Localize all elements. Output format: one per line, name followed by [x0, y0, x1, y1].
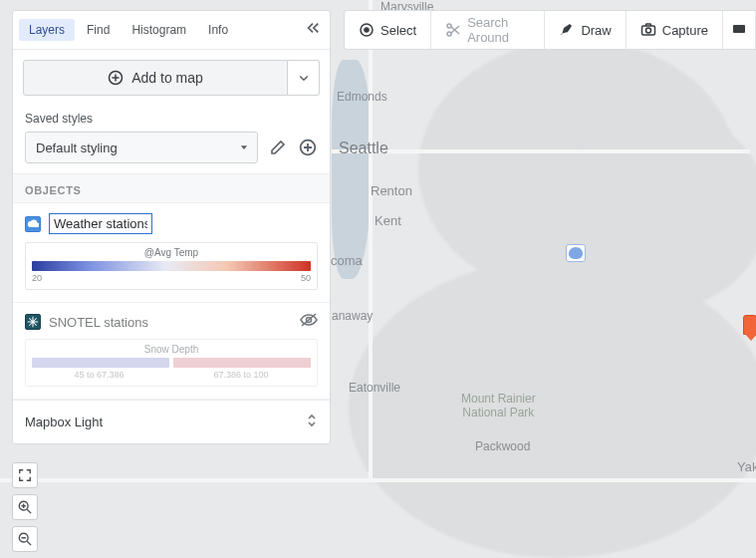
- map-marker-pin[interactable]: [743, 315, 756, 335]
- layer-weather-stations: @Avg Temp 20 50: [13, 203, 330, 303]
- layer-type-icon: [25, 314, 41, 330]
- map-label: Eatonville: [349, 381, 400, 395]
- zoom-in-button[interactable]: [12, 494, 38, 520]
- pen-nib-icon: [559, 22, 575, 38]
- svg-point-5: [645, 28, 650, 33]
- legend-right-label: 67.386 to 100: [213, 370, 268, 380]
- style-select[interactable]: Default styling: [25, 132, 258, 163]
- chevron-down-icon: [298, 72, 310, 84]
- map-toolbar: Select Search Around Draw Capture: [344, 10, 756, 50]
- map-label: Packwood: [475, 439, 530, 453]
- cloud-icon: [27, 219, 39, 229]
- tab-info[interactable]: Info: [198, 19, 238, 41]
- fullscreen-icon: [18, 468, 32, 482]
- basemap-sort[interactable]: [306, 413, 318, 431]
- fullscreen-button[interactable]: [12, 462, 38, 488]
- target-icon: [359, 22, 375, 38]
- tab-layers[interactable]: Layers: [19, 19, 75, 41]
- draw-tool[interactable]: Draw: [545, 11, 626, 49]
- collapse-panel[interactable]: [302, 17, 324, 43]
- map-label: Mount RainierNational Park: [461, 392, 536, 420]
- plus-circle-icon: [108, 70, 124, 86]
- plus-circle-icon: [299, 139, 317, 156]
- basemap-selector[interactable]: Mapbox Light: [13, 400, 330, 443]
- panel-tabs: Layers Find Histogram Info: [13, 11, 330, 50]
- svg-point-1: [365, 28, 369, 32]
- tab-find[interactable]: Find: [77, 19, 120, 41]
- capture-tool[interactable]: Capture: [627, 11, 723, 49]
- edit-style-button[interactable]: [268, 138, 288, 157]
- toolbar-more[interactable]: [723, 11, 756, 49]
- add-to-map-dropdown[interactable]: [288, 60, 320, 96]
- capture-label: Capture: [662, 23, 708, 38]
- zoom-out-icon: [18, 532, 32, 546]
- legend-max: 50: [301, 273, 311, 283]
- scissors-icon: [445, 22, 461, 38]
- legend-title: @Avg Temp: [32, 247, 311, 258]
- layer-legend: @Avg Temp 20 50: [25, 242, 318, 290]
- svg-point-2: [447, 24, 451, 28]
- legend-left-label: 45 to 67.386: [74, 370, 124, 380]
- chevron-double-left-icon: [306, 21, 320, 35]
- map-label: Seattle: [339, 140, 388, 157]
- camera-icon: [640, 22, 656, 38]
- tab-histogram[interactable]: Histogram: [122, 19, 196, 41]
- map-label: anaway: [332, 309, 373, 323]
- basemap-name: Mapbox Light: [25, 415, 103, 429]
- layer-snotel-stations: SNOTEL stations Snow Depth 45 to 67.386 …: [13, 303, 330, 400]
- eye-off-icon: [300, 313, 318, 327]
- map-label: coma: [331, 253, 363, 268]
- legend-gradient: [32, 261, 311, 271]
- map-marker-weather[interactable]: [566, 244, 586, 262]
- style-select-value: Default styling: [36, 140, 118, 155]
- svg-point-3: [447, 32, 451, 36]
- svg-rect-6: [733, 25, 745, 33]
- objects-header: OBJECTS: [13, 174, 330, 203]
- zoom-out-button[interactable]: [12, 526, 38, 552]
- map-controls: [12, 462, 38, 548]
- legend-title: Snow Depth: [32, 344, 311, 355]
- map-label: Edmonds: [337, 90, 387, 104]
- layer-legend: Snow Depth 45 to 67.386 67.386 to 100: [25, 339, 318, 387]
- search-around-tool[interactable]: Search Around: [431, 11, 545, 49]
- add-to-map-label: Add to map: [131, 70, 203, 86]
- saved-styles-label: Saved styles: [13, 106, 330, 132]
- layer-title[interactable]: SNOTEL stations: [49, 315, 148, 330]
- map-label: Renton: [371, 183, 412, 198]
- draw-label: Draw: [581, 23, 611, 38]
- map-label: Kent: [375, 213, 401, 228]
- pencil-icon: [270, 140, 286, 155]
- new-style-button[interactable]: [298, 138, 318, 157]
- map-label: Yak: [737, 459, 756, 474]
- caret-down-icon: [239, 142, 249, 152]
- layer-title-input[interactable]: [49, 213, 152, 234]
- chevron-up-down-icon: [306, 413, 318, 428]
- snowflake-icon: [27, 316, 39, 328]
- select-tool[interactable]: Select: [345, 11, 431, 49]
- legend-split: [32, 358, 311, 368]
- device-icon: [731, 22, 747, 38]
- add-to-map-button[interactable]: Add to map: [23, 60, 288, 96]
- select-label: Select: [380, 23, 416, 38]
- layer-visibility-toggle[interactable]: [300, 313, 318, 331]
- layer-type-icon: [25, 216, 41, 232]
- zoom-in-icon: [18, 500, 32, 514]
- layers-panel: Layers Find Histogram Info Add to map Sa…: [12, 10, 331, 444]
- search-around-label: Search Around: [467, 15, 530, 45]
- legend-min: 20: [32, 273, 42, 283]
- add-to-map-row: Add to map: [13, 50, 330, 106]
